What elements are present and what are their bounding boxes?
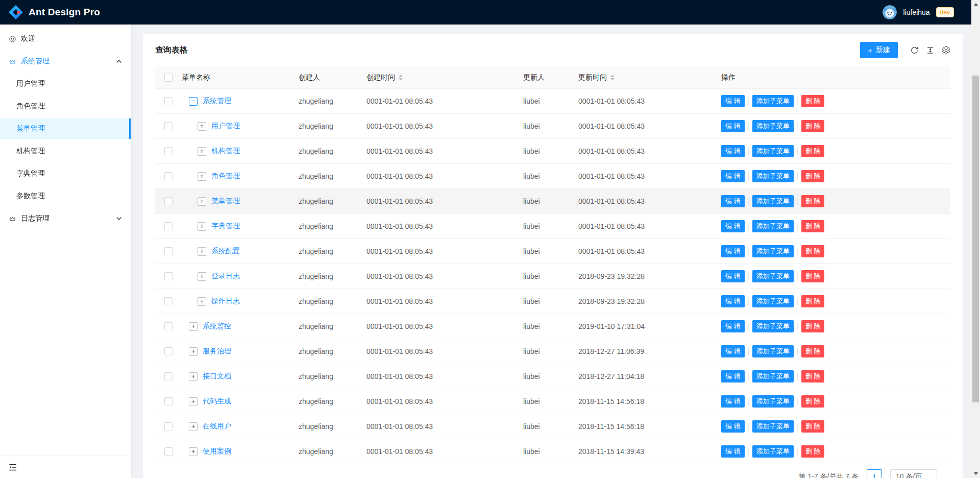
edit-button[interactable]: 编 辑 [721, 395, 745, 408]
edit-button[interactable]: 编 辑 [721, 320, 745, 332]
delete-button[interactable]: 删 除 [801, 420, 825, 433]
col-header-create-time[interactable]: 创建时间 [366, 73, 523, 82]
sidebar-item[interactable]: 机构管理 [0, 141, 131, 161]
scroll-down-arrow-icon[interactable] [971, 469, 980, 478]
edit-button[interactable]: 编 辑 [721, 95, 745, 107]
row-checkbox[interactable] [164, 147, 173, 155]
delete-button[interactable]: 删 除 [801, 445, 825, 458]
menu-name-link[interactable]: 使用案例 [203, 447, 231, 456]
delete-button[interactable]: 删 除 [801, 295, 825, 307]
menu-name-link[interactable]: 服务治理 [203, 347, 231, 356]
delete-button[interactable]: 删 除 [801, 395, 825, 408]
sidebar-item[interactable]: 参数管理 [0, 186, 131, 206]
column-height-icon[interactable] [926, 46, 935, 55]
add-submenu-button[interactable]: 添加子菜单 [752, 195, 794, 207]
menu-name-link[interactable]: 用户管理 [211, 122, 240, 131]
edit-button[interactable]: 编 辑 [721, 120, 745, 132]
expand-toggle[interactable]: − [189, 97, 198, 106]
expand-toggle[interactable]: + [198, 272, 206, 281]
menu-name-link[interactable]: 在线用户 [203, 422, 231, 431]
delete-button[interactable]: 删 除 [801, 120, 825, 132]
row-checkbox[interactable] [164, 197, 173, 205]
expand-toggle[interactable]: + [189, 422, 198, 431]
header-user-area[interactable]: liufeihua dev [883, 5, 954, 19]
row-checkbox[interactable] [164, 97, 173, 105]
scroll-up-arrow-icon[interactable] [971, 0, 980, 9]
row-checkbox[interactable] [164, 447, 173, 456]
edit-button[interactable]: 编 辑 [721, 145, 745, 157]
menu-name-link[interactable]: 代码生成 [203, 397, 231, 406]
edit-button[interactable]: 编 辑 [721, 445, 745, 458]
add-submenu-button[interactable]: 添加子菜单 [752, 220, 794, 232]
edit-button[interactable]: 编 辑 [721, 345, 745, 357]
expand-toggle[interactable]: + [189, 447, 198, 456]
edit-button[interactable]: 编 辑 [721, 245, 745, 257]
expand-toggle[interactable]: + [189, 322, 198, 331]
new-button[interactable]: + 新建 [860, 42, 898, 58]
expand-toggle[interactable]: + [189, 372, 198, 381]
menu-name-link[interactable]: 系统配置 [211, 247, 240, 256]
edit-button[interactable]: 编 辑 [721, 170, 745, 182]
add-submenu-button[interactable]: 添加子菜单 [752, 120, 794, 132]
row-checkbox[interactable] [164, 372, 173, 380]
expand-toggle[interactable]: + [198, 147, 206, 156]
add-submenu-button[interactable]: 添加子菜单 [752, 445, 794, 458]
sidebar-item[interactable]: 系统管理 [0, 51, 131, 71]
scrollbar-thumb[interactable] [972, 76, 979, 402]
edit-button[interactable]: 编 辑 [721, 270, 745, 282]
delete-button[interactable]: 删 除 [801, 95, 825, 107]
expand-toggle[interactable]: + [198, 247, 206, 256]
edit-button[interactable]: 编 辑 [721, 220, 745, 232]
menu-fold-icon[interactable] [8, 462, 18, 472]
sort-carets-icon[interactable] [399, 75, 403, 81]
delete-button[interactable]: 删 除 [801, 195, 825, 207]
edit-button[interactable]: 编 辑 [721, 370, 745, 383]
add-submenu-button[interactable]: 添加子菜单 [752, 170, 794, 182]
row-checkbox[interactable] [164, 397, 173, 405]
delete-button[interactable]: 删 除 [801, 145, 825, 157]
add-submenu-button[interactable]: 添加子菜单 [752, 145, 794, 157]
col-header-update-time[interactable]: 更新时间 [578, 73, 721, 82]
expand-toggle[interactable]: + [198, 297, 206, 306]
row-checkbox[interactable] [164, 172, 173, 180]
expand-toggle[interactable]: + [198, 222, 206, 231]
row-checkbox[interactable] [164, 272, 173, 280]
row-checkbox[interactable] [164, 297, 173, 305]
row-checkbox[interactable] [164, 122, 173, 130]
delete-button[interactable]: 删 除 [801, 170, 825, 182]
sidebar-item[interactable]: 欢迎 [0, 29, 131, 49]
select-all-checkbox[interactable] [164, 74, 173, 82]
setting-gear-icon[interactable] [942, 46, 950, 55]
add-submenu-button[interactable]: 添加子菜单 [752, 270, 794, 282]
edit-button[interactable]: 编 辑 [721, 420, 745, 433]
delete-button[interactable]: 删 除 [801, 345, 825, 357]
user-name[interactable]: liufeihua [903, 8, 929, 16]
row-checkbox[interactable] [164, 347, 173, 355]
row-checkbox[interactable] [164, 247, 173, 255]
add-submenu-button[interactable]: 添加子菜单 [752, 370, 794, 383]
delete-button[interactable]: 删 除 [801, 370, 825, 383]
expand-toggle[interactable]: + [189, 397, 198, 406]
menu-name-link[interactable]: 接口文档 [203, 372, 231, 381]
row-checkbox[interactable] [164, 222, 173, 230]
menu-name-link[interactable]: 系统监控 [203, 322, 231, 331]
add-submenu-button[interactable]: 添加子菜单 [752, 395, 794, 408]
add-submenu-button[interactable]: 添加子菜单 [752, 245, 794, 257]
sidebar-item[interactable]: 用户管理 [0, 74, 131, 94]
expand-toggle[interactable]: + [198, 197, 206, 206]
add-submenu-button[interactable]: 添加子菜单 [752, 295, 794, 307]
delete-button[interactable]: 删 除 [801, 320, 825, 332]
row-checkbox[interactable] [164, 322, 173, 330]
sidebar-item[interactable]: 日志管理 [0, 208, 131, 229]
edit-button[interactable]: 编 辑 [721, 195, 745, 207]
page-size-select[interactable]: 10 条/页 [890, 469, 937, 478]
reload-icon[interactable] [910, 46, 919, 55]
vertical-scrollbar[interactable] [971, 0, 980, 478]
add-submenu-button[interactable]: 添加子菜单 [752, 320, 794, 332]
sidebar-item[interactable]: 字典管理 [0, 163, 131, 184]
delete-button[interactable]: 删 除 [801, 220, 825, 232]
sidebar-item[interactable]: 菜单管理 [0, 118, 131, 139]
expand-toggle[interactable]: + [198, 172, 206, 181]
add-submenu-button[interactable]: 添加子菜单 [752, 420, 794, 433]
edit-button[interactable]: 编 辑 [721, 295, 745, 307]
